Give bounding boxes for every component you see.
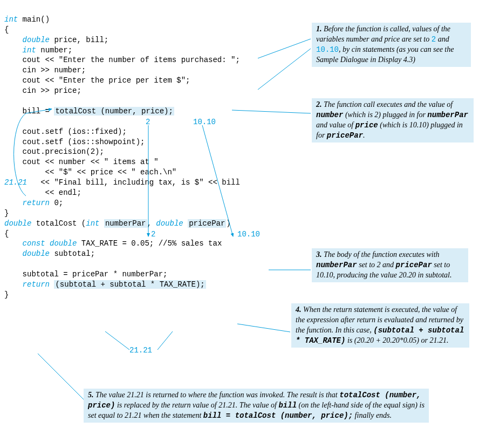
code-text: << "Final bill, including tax, is $" << … — [27, 178, 240, 187]
float-val-2a: 2 — [146, 117, 150, 127]
kw-const-double: const double — [23, 239, 77, 248]
highlight-numberpar: numberPar — [104, 219, 147, 228]
ann-mono: numberPar — [316, 261, 357, 269]
code-text: cout.setf (ios::showpoint); — [4, 138, 145, 146]
ann-num: 10.10 — [316, 45, 339, 54]
code-text: number; — [36, 46, 72, 55]
code-text: cin >> price; — [4, 86, 81, 95]
kw-double: double — [23, 249, 50, 258]
code-text: bill = — [4, 107, 54, 116]
code-text: 0; — [50, 199, 63, 207]
ann-text: The function call executes and the value… — [322, 100, 453, 108]
code-text: main() — [18, 15, 50, 24]
code-text: { — [4, 25, 9, 34]
svg-line-7 — [158, 331, 173, 350]
ann-text: is replaced by the return value of 21.21… — [115, 401, 278, 409]
ann-lead: 3. — [316, 250, 322, 259]
ann-text: (which is 2) plugged in for — [343, 111, 427, 119]
highlight-call: totalCost (number, price); — [54, 107, 174, 116]
code-text: } — [4, 290, 9, 299]
kw-double: double — [4, 219, 31, 228]
ann-text: set to 2 and — [357, 261, 396, 269]
ann-text: The value 21.21 is returned to where the… — [94, 391, 340, 399]
code-text: , — [147, 219, 156, 228]
kw-int: int — [23, 46, 36, 55]
code-text: cout.setf (ios::fixed); — [4, 127, 127, 136]
code-text: cin >> number; — [4, 66, 86, 74]
highlight-pricepar: pricePar — [188, 219, 226, 228]
ann-text: finally ends. — [353, 411, 392, 419]
float-val-2121: 21.21 — [129, 345, 152, 356]
code-text: totalCost ( — [31, 219, 86, 228]
code-text: cout.precision(2); — [4, 147, 104, 156]
annotation-2: 2. The function call executes and the va… — [312, 98, 474, 142]
kw-return: return — [23, 199, 50, 207]
float-val-1010a: 10.10 — [193, 117, 216, 127]
highlight-return-expr: (subtotal + subtotal * TAX_RATE); — [54, 280, 206, 289]
kw-double: double — [23, 36, 50, 44]
ann-text: and — [436, 35, 449, 43]
kw-double: double — [156, 219, 183, 228]
ann-text: is (20.20 + 20.20*0.05) or 21.21. — [345, 336, 448, 344]
ann-mono: bill = totalCost (number, price); — [203, 411, 353, 420]
ann-lead: 2. — [316, 100, 322, 108]
ann-mono: number — [316, 111, 343, 119]
ann-lead: 5. — [88, 391, 94, 399]
annotation-1: 1. Before the function is called, values… — [312, 23, 471, 67]
ann-mono: pricePar — [396, 261, 432, 269]
code-text: cout << "Enter the number of items purch… — [4, 56, 240, 64]
code-text: subtotal = pricePar * numberPar; — [4, 270, 167, 279]
ann-mono: pricePar — [327, 131, 363, 140]
code-text: cout << number << " items at " — [4, 158, 159, 166]
code-text: price, bill; — [50, 36, 108, 44]
ann-mono: bill — [278, 401, 297, 410]
ann-lead: 4. — [296, 306, 302, 314]
code-text: << endl; — [4, 188, 81, 197]
ann-text: The body of the function executes with — [322, 250, 440, 259]
ann-lead: 1. — [316, 25, 322, 33]
code-text: cout << "Enter the price per item $"; — [4, 76, 190, 85]
ann-num: 2 — [432, 35, 436, 44]
code-text: } — [4, 209, 9, 218]
kw-int: int — [4, 15, 18, 24]
ann-text: and value of — [316, 121, 355, 129]
annotation-4: 4. When the return statement is executed… — [291, 303, 469, 348]
annotation-5: 5. The value 21.21 is returned to where … — [84, 389, 429, 423]
code-text: << "$" << price << " each.\n" — [4, 168, 176, 177]
svg-line-6 — [105, 331, 129, 350]
svg-line-9 — [38, 354, 84, 399]
code-text: TAX_RATE = 0.05; //5% sales tax — [77, 239, 222, 248]
ann-mono: price — [355, 121, 378, 130]
code-text: ) — [226, 219, 230, 228]
ann-text: Before the function is called, values of… — [316, 25, 450, 43]
ann-text: . — [363, 131, 365, 139]
ann-mono: numberPar — [427, 111, 468, 119]
float-val-1010b: 10.10 — [237, 229, 260, 240]
kw-int: int — [86, 219, 99, 228]
float-2121-left: 21.21 — [4, 178, 27, 187]
float-val-2b: 2 — [151, 229, 155, 240]
code-text: { — [4, 229, 9, 238]
kw-return: return — [23, 280, 50, 289]
code-text: subtotal; — [50, 249, 95, 258]
svg-line-8 — [237, 324, 290, 332]
annotation-3: 3. The body of the function executes wit… — [312, 248, 468, 282]
